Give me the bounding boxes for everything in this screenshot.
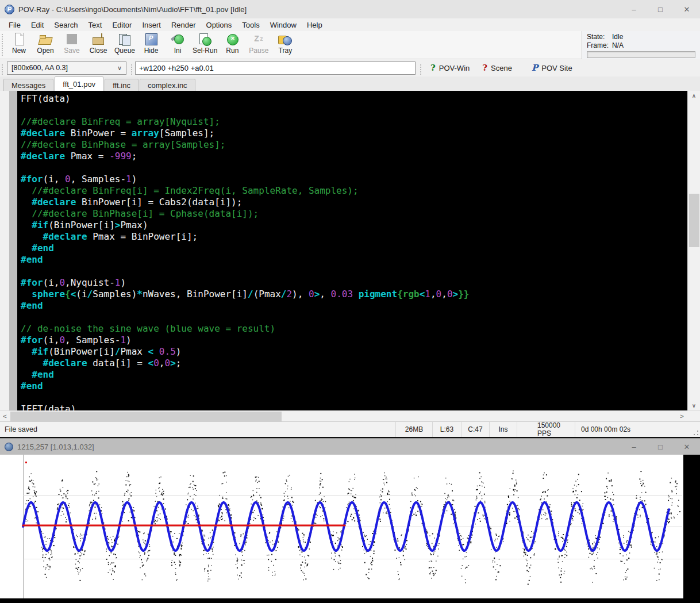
render-maximize-button[interactable]: □ — [647, 439, 674, 455]
closefolder-label: Close — [90, 47, 107, 55]
code-line: sphere{<(i/Samples)*nWaves, BinPower[i]/… — [21, 289, 687, 300]
titlebar[interactable]: P POV-Ray - C:\Users\ingo\Documents\Nim\… — [0, 0, 700, 18]
window-title: POV-Ray - C:\Users\ingo\Documents\Nim\Au… — [18, 5, 247, 14]
tab-messages[interactable]: Messages — [3, 79, 53, 91]
code-line — [21, 105, 687, 116]
pov-logo-icon: P — [532, 63, 538, 73]
tab-fft-01-pov[interactable]: fft_01.pov — [55, 76, 103, 91]
main-toolbar: NewOpenSaveCloseQueueHideIniSel-RunRunPa… — [0, 31, 700, 59]
render-window-title: 1215,257 [1.013,1.032] — [17, 443, 94, 451]
code-area[interactable]: FFT(data) //#declare BinFreq = array[Nyq… — [17, 91, 687, 410]
scroll-left-icon[interactable]: < — [0, 411, 10, 421]
toolbar-buttons: NewOpenSaveCloseQueueHideIniSel-RunRunPa… — [6, 31, 298, 55]
pov-site-button[interactable]: P POV Site — [525, 59, 579, 76]
command-line-input[interactable] — [135, 62, 416, 75]
code-line: #for(i, 0, Samples-1) — [21, 174, 687, 185]
editor-margin — [9, 91, 17, 410]
maximize-button[interactable]: □ — [647, 0, 674, 18]
povray-main-window: P POV-Ray - C:\Users\ingo\Documents\Nim\… — [0, 0, 700, 437]
state-line: State: Idle — [587, 33, 695, 41]
open-label: Open — [37, 47, 53, 55]
render-close-button[interactable]: ✕ — [674, 439, 700, 455]
minimize-button[interactable]: – — [621, 0, 647, 18]
queue-button[interactable]: Queue — [111, 31, 138, 55]
status-column-number: C:47 — [461, 422, 489, 437]
menu-help[interactable]: Help — [302, 20, 328, 30]
scroll-down-icon[interactable]: ∨ — [688, 402, 700, 409]
menu-edit[interactable]: Edit — [26, 20, 49, 30]
ini-button[interactable]: Ini — [164, 31, 191, 55]
open-button[interactable]: Open — [32, 31, 59, 55]
code-line: #declare data[i] = <0,0>; — [21, 358, 687, 369]
status-bar: File saved 26MB L:63 C:47 Ins 150000 PPS… — [0, 421, 700, 437]
code-line: //#declare BinPhase = array[Samples]; — [21, 139, 687, 151]
scroll-up-icon[interactable]: ∧ — [688, 93, 700, 99]
status-line-number: L:63 — [432, 422, 461, 437]
render-window: 1215,257 [1.013,1.032] – □ ✕ — [0, 438, 700, 603]
resize-grip[interactable] — [693, 430, 699, 436]
code-line: #declare Pmax = BinPower[i]; — [21, 231, 687, 243]
close-file-icon — [91, 32, 106, 47]
open-folder-icon — [38, 32, 53, 47]
hide-label: Hide — [144, 47, 159, 55]
hide-button[interactable]: Hide — [138, 31, 164, 55]
menu-render[interactable]: Render — [166, 20, 201, 30]
cmdrow-grip3[interactable] — [420, 64, 422, 75]
menu-window[interactable]: Window — [265, 20, 302, 30]
resolution-preset-dropdown[interactable]: [800x600, AA 0.3] ∨ — [7, 62, 126, 75]
pause-button: Pause — [245, 31, 272, 55]
render-window-icon — [5, 443, 13, 451]
povwin-help-label: POV-Win — [439, 64, 470, 72]
cmdrow-grip[interactable] — [2, 64, 4, 75]
vertical-scroll-thumb[interactable] — [689, 194, 699, 247]
tray-icon — [278, 32, 293, 47]
menu-search[interactable]: Search — [49, 20, 83, 30]
save-button: Save — [59, 31, 85, 55]
menu-file[interactable]: File — [3, 20, 26, 30]
chevron-down-icon: ∨ — [117, 64, 122, 72]
tab-fft-inc[interactable]: fft.inc — [105, 79, 139, 91]
preset-value: [800x600, AA 0.3] — [11, 64, 68, 72]
render-titlebar[interactable]: 1215,257 [1.013,1.032] – □ ✕ — [0, 439, 700, 455]
vertical-scrollbar[interactable]: ∧ ∨ — [687, 91, 700, 410]
render-minimize-button[interactable]: – — [621, 439, 647, 455]
tray-label: Tray — [279, 47, 293, 55]
ini-label: Ini — [174, 47, 182, 55]
new-button[interactable]: New — [6, 31, 32, 55]
menu-options[interactable]: Options — [201, 20, 237, 30]
tray-button[interactable]: Tray — [272, 31, 298, 55]
code-line: #end — [21, 300, 687, 312]
toolbar-grip[interactable] — [2, 34, 4, 56]
cmdrow-grip2[interactable] — [131, 64, 133, 75]
scroll-right-icon[interactable]: > — [677, 411, 687, 421]
code-line: #end — [21, 369, 687, 381]
tab-complex-inc[interactable]: complex.inc — [140, 79, 195, 91]
code-line: #end — [21, 254, 687, 266]
new-label: New — [12, 47, 26, 55]
close-button[interactable]: ✕ — [674, 0, 700, 18]
menu-editor[interactable]: Editor — [107, 20, 137, 30]
horizontal-scrollbar[interactable]: < > — [0, 410, 700, 421]
code-line: #declare BinPower[i] = Cabs2(data[i]); — [21, 197, 687, 208]
scene-help-button[interactable]: ? Scene — [476, 59, 518, 76]
queue-label: Queue — [114, 47, 135, 55]
code-editor: FFT(data) //#declare BinFreq = array[Nyq… — [0, 91, 700, 410]
run-button[interactable]: Run — [219, 31, 245, 55]
pause-label: Pause — [249, 47, 268, 55]
pov-site-label: POV Site — [541, 64, 572, 72]
closefolder-button[interactable]: Close — [85, 31, 111, 55]
scene-help-label: Scene — [491, 64, 512, 72]
menu-text[interactable]: Text — [83, 20, 107, 30]
run-label: Run — [226, 47, 239, 55]
menu-tools[interactable]: Tools — [237, 20, 264, 30]
selrun-label: Sel-Run — [193, 47, 217, 55]
code-line: //#declare BinPhase[i] = Cphase(data[i])… — [21, 208, 687, 220]
frame-line: Frame: N/A — [587, 41, 695, 50]
horizontal-scroll-thumb[interactable] — [10, 412, 282, 421]
povwin-help-button[interactable]: ? POV-Win — [424, 59, 476, 76]
menu-insert[interactable]: Insert — [137, 20, 166, 30]
queue-icon — [117, 32, 132, 47]
code-line: //#declare BinFreq[i] = Index2Freq(i, Sa… — [21, 185, 687, 197]
selrun-button[interactable]: Sel-Run — [191, 31, 219, 55]
code-line — [21, 266, 687, 277]
